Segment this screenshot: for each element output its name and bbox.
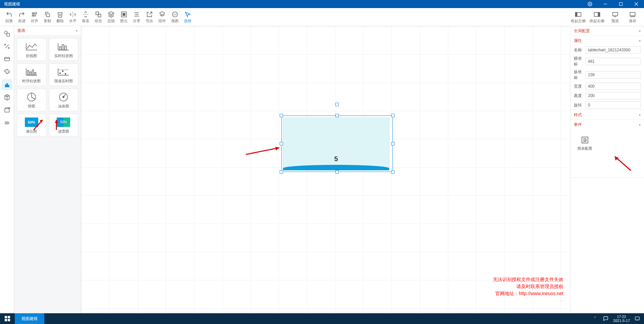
prop-x-input[interactable] — [586, 58, 641, 65]
svg-rect-50 — [35, 73, 36, 75]
toolbar-group[interactable]: 组合 — [92, 9, 105, 25]
prop-rotate-label: 旋转 — [574, 102, 586, 108]
toolbar-layer[interactable]: 层级 — [105, 9, 118, 25]
resize-handle-tl[interactable] — [280, 114, 283, 117]
save-icon — [629, 10, 636, 18]
toolbar-export[interactable]: 导出 — [143, 9, 156, 25]
line-chart-icon — [24, 41, 40, 52]
tray-action-center-icon[interactable] — [634, 313, 641, 324]
resize-handle-mr[interactable] — [391, 142, 395, 145]
taskbar-app[interactable]: 视图建模 — [15, 313, 44, 324]
toolbar-view[interactable]: 2D视图 — [169, 9, 181, 25]
svg-text:2D: 2D — [174, 13, 177, 16]
svg-rect-27 — [630, 12, 635, 16]
design-canvas[interactable]: 5 无法识别授权文件或注册文件失效 请及时联系管理员授权 官网地址：http:/… — [81, 26, 570, 313]
resize-handle-br[interactable] — [391, 170, 395, 174]
selected-chart-node[interactable]: 5 — [281, 115, 393, 172]
taskbar-clock[interactable]: 17:22 2021-5-17 — [613, 315, 630, 323]
resize-handle-bm[interactable] — [335, 170, 339, 174]
chart-config-icon — [580, 135, 590, 145]
tray-notification-icon[interactable] — [602, 313, 609, 324]
delete-icon — [57, 10, 63, 18]
minimize-window-button[interactable] — [598, 0, 613, 8]
close-window-button[interactable] — [629, 0, 644, 8]
palette-liquid[interactable]: 50%液位图 — [17, 114, 46, 136]
rail-3d-model[interactable] — [2, 105, 12, 115]
svg-line-65 — [246, 148, 279, 154]
group-icon — [95, 10, 102, 18]
events-header[interactable]: 事件▾ — [570, 120, 644, 129]
gauge-icon — [55, 92, 72, 102]
toolbar-undo[interactable]: 回退 — [3, 9, 15, 25]
svg-rect-72 — [5, 316, 7, 318]
rotate-handle[interactable] — [335, 103, 339, 106]
license-warning: 无法识别授权文件或注册文件失效 请及时联系管理员授权 官网地址：http://w… — [493, 276, 563, 297]
svg-marker-71 — [615, 156, 619, 160]
palette-gauge[interactable]: 油表图 — [49, 89, 79, 111]
palette-progress[interactable]: 50%进度图 — [49, 114, 79, 136]
toolbar-align[interactable]: 对齐 — [28, 9, 41, 25]
prop-rotate-input[interactable] — [586, 101, 641, 109]
copy-icon — [44, 10, 51, 18]
svg-line-70 — [615, 156, 631, 171]
resize-handle-tr[interactable] — [391, 114, 395, 117]
rail-effects[interactable] — [2, 41, 12, 52]
palette-timeseries-bar[interactable]: 时序柱状图 — [17, 63, 46, 86]
toolbar-select[interactable]: 选择 — [181, 9, 194, 25]
palette-header[interactable]: 图表 ▾ — [14, 26, 81, 36]
toolbar-delete[interactable]: 删除 — [54, 9, 66, 25]
style-header[interactable]: 样式▾ — [570, 110, 644, 120]
toolbar-horizontal[interactable]: 水平 — [66, 9, 79, 25]
svg-rect-35 — [7, 84, 8, 87]
toolbar-share[interactable]: 分享 — [130, 9, 143, 25]
rail-plugins[interactable] — [2, 66, 12, 77]
resize-handle-tm[interactable] — [335, 114, 339, 117]
flip-horizontal-icon — [70, 10, 76, 18]
resize-handle-bl[interactable] — [280, 170, 283, 174]
rail-devices[interactable] — [2, 54, 12, 64]
svg-point-0 — [589, 3, 591, 5]
layers-icon — [108, 10, 114, 18]
toolbar-component[interactable]: 组件 — [156, 9, 169, 25]
svg-rect-47 — [28, 71, 29, 75]
chart-config-button[interactable]: 图表配置 — [573, 132, 597, 154]
toolbar-redo[interactable]: 前进 — [15, 9, 28, 25]
prop-y-input[interactable] — [586, 71, 641, 79]
resize-handle-ml[interactable] — [280, 142, 283, 145]
toolbar-vertical[interactable]: 垂直 — [79, 9, 92, 25]
attributes-header[interactable]: 属性▾ — [570, 36, 644, 45]
maximize-window-button[interactable] — [613, 0, 629, 8]
liquid-chart-value: 5 — [283, 155, 389, 163]
toolbar-collapse-right[interactable]: 收起右侧 — [588, 9, 606, 25]
palette-line-chart[interactable]: 折线图 — [17, 38, 46, 61]
prop-name-input[interactable] — [586, 46, 641, 54]
main-toolbar: 回退 前进 对齐 复制 删除 水平 垂直 组合 层级 图元 分享 导出 组件 2… — [0, 8, 644, 26]
palette-realtime-bar[interactable]: 实时柱状图 — [49, 38, 79, 61]
toolbar-save[interactable]: 保存 — [624, 9, 641, 25]
toolbar-collapse-left[interactable]: 收起左侧 — [569, 9, 588, 25]
rail-charts[interactable] — [2, 79, 12, 90]
start-button[interactable] — [0, 313, 15, 324]
rail-shapes[interactable] — [2, 28, 12, 39]
toolbar-copy[interactable]: 复制 — [41, 9, 54, 25]
tray-chevron-up-icon[interactable]: ˄ — [592, 313, 598, 324]
svg-point-55 — [62, 71, 63, 72]
svg-rect-2 — [619, 3, 623, 6]
toolbar-preview[interactable]: 预览 — [606, 9, 624, 25]
svg-rect-37 — [5, 109, 9, 112]
palette-limit-realtime[interactable]: 限值实时图 — [49, 63, 79, 86]
license-link[interactable]: http://www.ineuos.net — [519, 291, 563, 296]
prop-height-input[interactable] — [586, 92, 641, 99]
rail-3d-text[interactable]: 3D — [2, 118, 12, 128]
component-icon — [159, 10, 166, 18]
svg-marker-66 — [275, 147, 279, 150]
svg-rect-15 — [123, 13, 125, 16]
palette-pie[interactable]: 饼图 — [17, 89, 46, 111]
svg-rect-48 — [30, 72, 31, 75]
toolbar-pixel[interactable]: 图元 — [118, 9, 130, 25]
svg-marker-13 — [108, 12, 114, 14]
settings-window-button[interactable] — [582, 0, 598, 8]
rail-3d-box[interactable] — [2, 92, 12, 103]
prop-width-input[interactable] — [586, 83, 641, 90]
global-config-header[interactable]: 全局配置▾ — [570, 26, 644, 36]
